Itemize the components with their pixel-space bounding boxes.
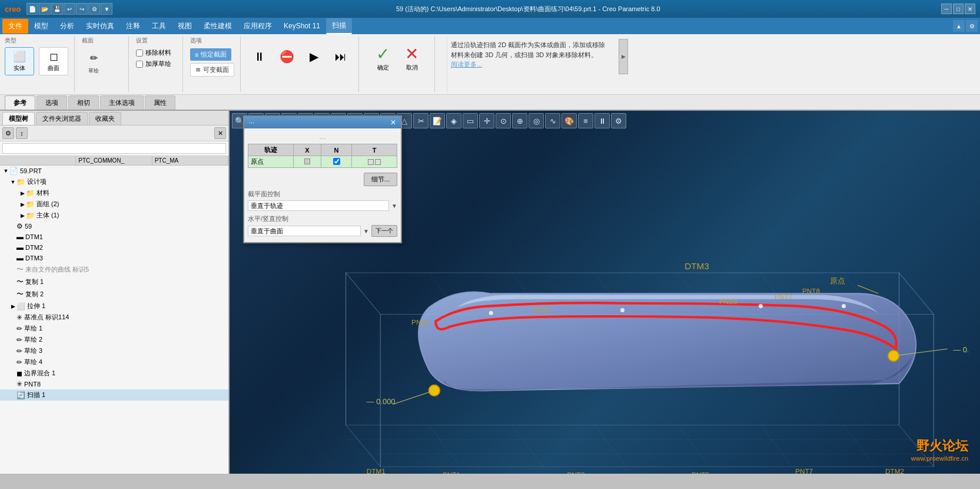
menu-scan[interactable]: 扫描 [326, 18, 352, 34]
menu-keyshot[interactable]: KeyShot 11 [278, 19, 326, 32]
datum-planes-button[interactable]: ▭ [463, 113, 478, 128]
section-button[interactable]: ✂ [413, 113, 428, 128]
dialog-close-button[interactable]: ✕ [390, 118, 396, 127]
csys-button[interactable]: ⊕ [512, 113, 527, 128]
pause-vp-button[interactable]: ⏸ [594, 113, 610, 128]
layers-button[interactable]: ≡ [578, 113, 593, 128]
constant-section-button[interactable]: ≡ 恒定截面 [190, 48, 231, 61]
help-link[interactable]: 阅读更多... [451, 61, 482, 68]
datum-points-button[interactable]: ⊙ [496, 113, 511, 128]
tree-col-ptc1: PTC_COMMON_ [76, 156, 152, 165]
type-solid-button[interactable]: ⬜ 实体 [5, 47, 34, 75]
menu-analysis[interactable]: 分析 [54, 19, 80, 34]
detail-button[interactable]: 细节... [364, 173, 397, 186]
tree-item-dtm2[interactable]: ▬ DTM2 [0, 242, 228, 253]
tab-options[interactable]: 选项 [36, 95, 67, 110]
tree-item-sweep1[interactable]: 🔄 扫描 1 [0, 389, 228, 401]
ribbon-collapse-button[interactable]: ▲ [953, 20, 965, 32]
menu-tools[interactable]: 工具 [146, 19, 172, 34]
tree-item-sketch4[interactable]: ✏ 草绘 4 [0, 356, 228, 368]
tree-item-material[interactable]: ▶ 📁 材料 [0, 187, 228, 199]
tab-body-options[interactable]: 主体选项 [100, 95, 144, 110]
tree-item-sketch2[interactable]: ✏ 草绘 2 [0, 334, 228, 345]
folder-icon: 📁 [26, 200, 35, 209]
tree-expand-button[interactable]: ↕ [16, 127, 28, 139]
tree-item-extcurve[interactable]: 〜 来自文件的曲线 标识5 [0, 263, 228, 276]
cancel-button[interactable]: ✕ 取消 [400, 41, 424, 75]
traj-n-cell[interactable] [321, 156, 352, 168]
tab-properties[interactable]: 属性 [145, 95, 175, 110]
tree-item-design[interactable]: ▼ 📁 设计项 [0, 176, 228, 187]
tab-reference[interactable]: 参考 [5, 95, 35, 110]
menu-apps[interactable]: 应用程序 [238, 19, 278, 34]
tree-item-refpoint[interactable]: ✳ 基准点 标识114 [0, 312, 228, 323]
tree-item-copy2[interactable]: 〜 复制 2 [0, 288, 228, 300]
tree-item-mainbody[interactable]: ▶ 📁 主体 (1) [0, 210, 228, 221]
tree-tab-browser[interactable]: 文件夹浏览器 [36, 112, 88, 125]
menu-simulation[interactable]: 实时仿真 [80, 19, 120, 34]
menu-annotation[interactable]: 注释 [120, 19, 146, 34]
n-checkbox[interactable] [333, 158, 340, 165]
next-button[interactable]: 下一个 [371, 225, 397, 237]
redo-icon[interactable]: ↪ [76, 3, 88, 15]
tree-item-pnt8[interactable]: ✳ PNT8 [0, 379, 228, 389]
save-icon[interactable]: 💾 [51, 3, 63, 15]
menu-file[interactable]: 文件 [2, 19, 28, 34]
thicken-sketch-check[interactable]: 加厚草绘 [136, 60, 171, 68]
tree-search-input[interactable] [2, 143, 226, 154]
thicken-sketch-checkbox[interactable] [136, 61, 143, 68]
tree-settings-button[interactable]: ⚙ [2, 127, 14, 139]
tree-item-59prt[interactable]: ▼ 📄 59.PRT [0, 166, 228, 176]
settings-icon[interactable]: ⚙ [88, 3, 100, 15]
trajectory-row-origin[interactable]: 原点 [248, 156, 397, 168]
trails-button[interactable]: ∿ [545, 113, 560, 128]
tree-item-dtm3[interactable]: ▬ DTM3 [0, 253, 228, 263]
manage-views-button[interactable]: ◈ [446, 113, 461, 128]
datum-axes-button[interactable]: ✛ [479, 113, 494, 128]
ribbon-settings-button[interactable]: ⚙ [966, 20, 978, 32]
tree-item-extrude1[interactable]: ▶ ⬜ 拉伸 1 [0, 300, 228, 312]
menu-view[interactable]: 视图 [172, 19, 198, 34]
open-icon[interactable]: 📂 [39, 3, 51, 15]
play-button[interactable]: ▶ [302, 46, 325, 67]
menu-flexible[interactable]: 柔性建模 [198, 19, 238, 34]
minimize-button[interactable]: ─ [941, 4, 952, 14]
remove-material-checkbox[interactable] [136, 49, 143, 57]
tree-item-blend1[interactable]: ◼ 边界混合 1 [0, 368, 228, 379]
undo-icon[interactable]: ↩ [64, 3, 75, 15]
section-control-select[interactable]: 垂直于轨迹 [248, 200, 389, 211]
more-icon[interactable]: ▼ [101, 3, 112, 15]
maximize-button[interactable]: □ [953, 4, 964, 14]
tree-item-sketch3[interactable]: ✏ 草绘 3 [0, 345, 228, 356]
tree-item-facegroup[interactable]: ▶ 📁 面组 (2) [0, 199, 228, 210]
tree-item-dtm1[interactable]: ▬ DTM1 [0, 232, 228, 242]
pause-button[interactable]: ⏸ [248, 46, 271, 67]
tab-tangent[interactable]: 相切 [68, 95, 99, 110]
variable-section-button[interactable]: ≋ 可变截面 [190, 63, 234, 77]
tree-item-sketch1[interactable]: ✏ 草绘 1 [0, 323, 228, 334]
svg-line-4 [678, 425, 709, 467]
ribbon-group-playback: ⏸ ⛔ ▶ ⏭ [248, 37, 359, 92]
tree-item-copy1[interactable]: 〜 复制 1 [0, 276, 228, 288]
appearance-button[interactable]: 🎨 [562, 113, 577, 128]
stop-button[interactable]: ⛔ [275, 46, 298, 67]
type-surface-button[interactable]: ◻ 曲面 [39, 47, 68, 75]
traj-x-cell[interactable] [293, 156, 321, 168]
item-label: DTM3 [25, 255, 43, 262]
confirm-button[interactable]: ✓ 确定 [371, 41, 395, 75]
new-icon[interactable]: 📄 [26, 3, 38, 15]
sketch-button[interactable]: ✏ 草绘 [82, 47, 105, 77]
forward-button[interactable]: ⏭ [329, 46, 353, 67]
tree-tab-model[interactable]: 模型树 [2, 112, 35, 125]
settings-vp-button[interactable]: ⚙ [611, 113, 626, 128]
close-button[interactable]: ✕ [965, 4, 975, 14]
remove-material-check[interactable]: 移除材料 [136, 48, 171, 57]
spin-center-button[interactable]: ◎ [529, 113, 544, 128]
annotation-button[interactable]: 📝 [430, 113, 445, 128]
horiz-control-select[interactable]: 垂直于曲面 [248, 226, 361, 236]
ribbon-expand-button[interactable]: ▶ [619, 39, 628, 74]
tree-close-button[interactable]: ✕ [214, 127, 226, 139]
tree-item-59[interactable]: ⚙ 59 [0, 221, 228, 232]
menu-model[interactable]: 模型 [28, 19, 54, 34]
tree-tab-favorites[interactable]: 收藏夹 [89, 112, 121, 125]
